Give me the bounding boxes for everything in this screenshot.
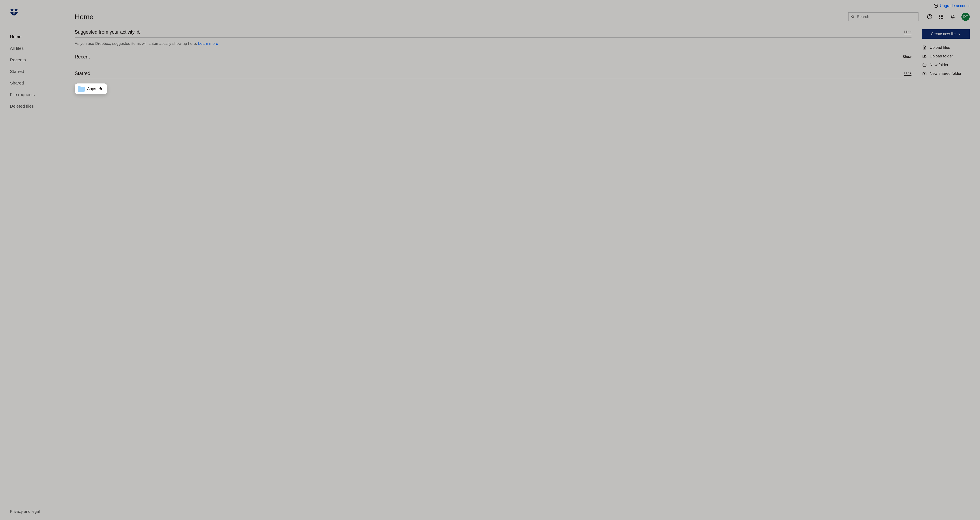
sidebar-nav: Home All files Recents Starred Shared Fi…: [10, 31, 64, 112]
suggested-text: As you use Dropbox, suggested items will…: [75, 41, 912, 46]
chevron-down-icon: [958, 32, 961, 36]
starred-item-label: Apps: [87, 86, 96, 91]
sidebar: Home All files Recents Starred Shared Fi…: [0, 0, 64, 520]
new-shared-folder-action[interactable]: New shared folder: [922, 69, 970, 78]
new-shared-folder-icon: [922, 71, 927, 76]
svg-rect-11: [939, 18, 940, 19]
upload-folder-icon: [922, 54, 927, 59]
suggested-title: Suggested from your activity: [75, 29, 135, 35]
sidebar-item-file-requests[interactable]: File requests: [10, 89, 64, 100]
upload-files-action[interactable]: Upload files: [922, 43, 970, 52]
upgrade-account-label: Upgrade account: [940, 3, 970, 8]
recent-section-header: Recent Show: [75, 54, 912, 62]
create-new-file-button[interactable]: Create new file: [922, 29, 970, 38]
actions-panel: Create new file Upload files Upload fold…: [922, 29, 970, 78]
svg-rect-9: [941, 16, 942, 17]
suggested-hide-toggle[interactable]: Hide: [904, 30, 912, 34]
main-content: Upgrade account Home DT: [64, 0, 980, 520]
svg-point-1: [851, 15, 854, 18]
recent-show-toggle[interactable]: Show: [903, 55, 912, 59]
sidebar-item-home[interactable]: Home: [10, 31, 64, 43]
sidebar-item-shared[interactable]: Shared: [10, 77, 64, 89]
folder-icon: [78, 86, 84, 92]
svg-line-2: [853, 17, 854, 18]
search-icon: [851, 15, 855, 19]
recent-title: Recent: [75, 54, 90, 60]
help-icon[interactable]: [927, 14, 932, 20]
sidebar-item-recents[interactable]: Recents: [10, 54, 64, 66]
suggested-section-header: Suggested from your activity Hide: [75, 29, 912, 38]
svg-point-4: [929, 18, 930, 18]
search-input[interactable]: [857, 14, 916, 19]
info-icon[interactable]: [137, 30, 141, 34]
starred-section-header: Starred Hide: [75, 71, 912, 79]
svg-rect-13: [942, 18, 943, 19]
svg-rect-10: [942, 16, 943, 17]
svg-rect-5: [939, 15, 940, 16]
privacy-legal-link[interactable]: Privacy and legal: [10, 509, 64, 514]
search-box[interactable]: [848, 13, 918, 21]
starred-list: Apps: [75, 83, 912, 98]
upgrade-icon: [934, 3, 938, 8]
star-filled-icon: [99, 86, 103, 92]
upgrade-account-link[interactable]: Upgrade account: [75, 0, 970, 11]
svg-rect-6: [941, 15, 942, 16]
sidebar-item-starred[interactable]: Starred: [10, 66, 64, 77]
svg-rect-7: [942, 15, 943, 16]
new-folder-icon: [922, 62, 927, 67]
dropbox-logo[interactable]: [10, 8, 64, 16]
starred-title: Starred: [75, 71, 90, 76]
page-title: Home: [75, 13, 94, 21]
starred-folder-apps[interactable]: Apps: [75, 83, 107, 94]
svg-rect-12: [941, 18, 942, 19]
notifications-icon[interactable]: [950, 14, 956, 20]
avatar[interactable]: DT: [961, 13, 970, 21]
upload-folder-action[interactable]: Upload folder: [922, 52, 970, 61]
sidebar-item-all-files[interactable]: All files: [10, 43, 64, 54]
starred-hide-toggle[interactable]: Hide: [904, 71, 912, 76]
new-folder-action[interactable]: New folder: [922, 61, 970, 69]
svg-rect-8: [939, 16, 940, 17]
learn-more-link[interactable]: Learn more: [198, 41, 218, 46]
apps-grid-icon[interactable]: [938, 14, 944, 20]
upload-file-icon: [922, 45, 927, 50]
sidebar-item-deleted-files[interactable]: Deleted files: [10, 100, 64, 112]
